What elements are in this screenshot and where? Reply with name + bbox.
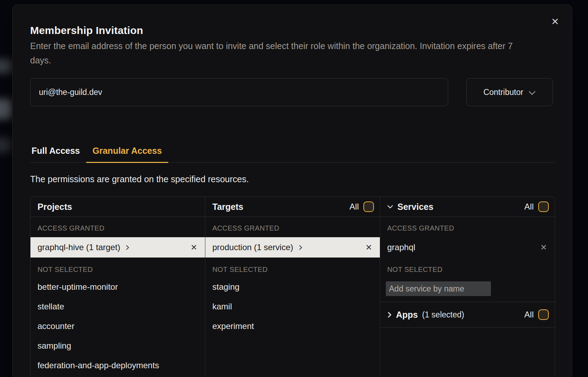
targets-column: Targets All ACCESS GRANTED production (1… xyxy=(205,197,380,377)
selected-service-label: graphql xyxy=(387,242,415,252)
role-dropdown-value: Contributor xyxy=(484,88,524,97)
projects-column-header: Projects xyxy=(30,197,205,217)
services-all-checkbox[interactable] xyxy=(538,201,549,212)
selected-target-label: production (1 service) xyxy=(212,242,293,252)
project-item[interactable]: stellate xyxy=(30,297,205,316)
modal-description: Enter the email address of the person yo… xyxy=(30,39,527,68)
apps-section-row[interactable]: Apps (1 selected) All xyxy=(380,302,555,328)
backdrop-blur-shape xyxy=(0,59,13,74)
projects-header-label: Projects xyxy=(37,202,72,212)
backdrop-blur-shape xyxy=(0,99,13,119)
selected-project-row[interactable]: graphql-hive (1 target) ✕ xyxy=(30,237,205,258)
permissions-note: The permissions are granted on the speci… xyxy=(30,174,249,184)
project-item[interactable]: federation-and-app-deployments xyxy=(30,356,205,375)
apps-all-wrap: All xyxy=(524,309,549,320)
role-dropdown[interactable]: Contributor xyxy=(466,78,553,106)
projects-access-granted-label: ACCESS GRANTED xyxy=(30,221,205,235)
targets-all-label: All xyxy=(349,202,359,212)
projects-column: Projects ACCESS GRANTED graphql-hive (1 … xyxy=(30,197,205,377)
chevron-right-icon xyxy=(299,244,303,251)
email-input[interactable] xyxy=(30,78,448,106)
close-icon: ✕ xyxy=(551,16,559,27)
targets-all-wrap: All xyxy=(349,201,374,212)
membership-invitation-modal: ✕ Membership Invitation Enter the email … xyxy=(12,5,572,377)
resource-table: Projects ACCESS GRANTED graphql-hive (1 … xyxy=(30,197,555,377)
services-column-header[interactable]: Services All xyxy=(380,197,555,217)
chevron-down-icon xyxy=(387,205,393,209)
project-item[interactable]: sampling xyxy=(30,336,205,356)
target-item[interactable]: kamil xyxy=(205,297,380,316)
target-item[interactable]: experiment xyxy=(205,316,380,336)
services-column: Services All ACCESS GRANTED graphql ✕ NO… xyxy=(380,197,555,377)
services-all-label: All xyxy=(524,202,534,212)
targets-not-selected-label: NOT SELECTED xyxy=(205,262,380,277)
apps-header-label: Apps xyxy=(396,310,418,320)
services-all-wrap: All xyxy=(524,201,549,212)
tab-full-access[interactable]: Full Access xyxy=(30,143,86,163)
apps-all-label: All xyxy=(524,310,534,320)
tab-granular-access[interactable]: Granular Access xyxy=(86,143,168,163)
chevron-right-icon xyxy=(125,244,130,251)
chevron-right-icon xyxy=(387,311,392,318)
remove-project-button[interactable]: ✕ xyxy=(191,244,197,252)
close-button[interactable]: ✕ xyxy=(548,15,562,29)
services-not-selected-label: NOT SELECTED xyxy=(380,262,555,277)
selected-project-label: graphql-hive (1 target) xyxy=(37,242,120,252)
selected-service-row[interactable]: graphql ✕ xyxy=(380,237,555,258)
selected-target-row[interactable]: production (1 service) ✕ xyxy=(205,237,380,258)
project-item[interactable]: accounter xyxy=(30,316,205,336)
modal-title: Membership Invitation xyxy=(30,25,143,36)
services-access-granted-label: ACCESS GRANTED xyxy=(380,221,555,235)
remove-service-button[interactable]: ✕ xyxy=(540,244,547,252)
chevron-down-icon xyxy=(528,88,536,97)
services-header-label: Services xyxy=(397,202,433,212)
apps-all-checkbox[interactable] xyxy=(538,309,549,320)
target-item[interactable]: staging xyxy=(205,277,380,297)
projects-not-selected-label: NOT SELECTED xyxy=(30,262,205,277)
remove-target-button[interactable]: ✕ xyxy=(365,244,372,252)
apps-selected-count: (1 selected) xyxy=(422,310,464,320)
targets-access-granted-label: ACCESS GRANTED xyxy=(205,221,380,235)
backdrop-blur-shape xyxy=(0,137,12,153)
project-item[interactable]: better-uptime-monitor xyxy=(30,277,205,297)
targets-column-header: Targets All xyxy=(205,197,380,217)
add-service-input[interactable] xyxy=(386,281,491,296)
targets-all-checkbox[interactable] xyxy=(363,201,374,212)
access-tabs: Full Access Granular Access xyxy=(30,143,555,163)
targets-header-label: Targets xyxy=(212,202,243,212)
